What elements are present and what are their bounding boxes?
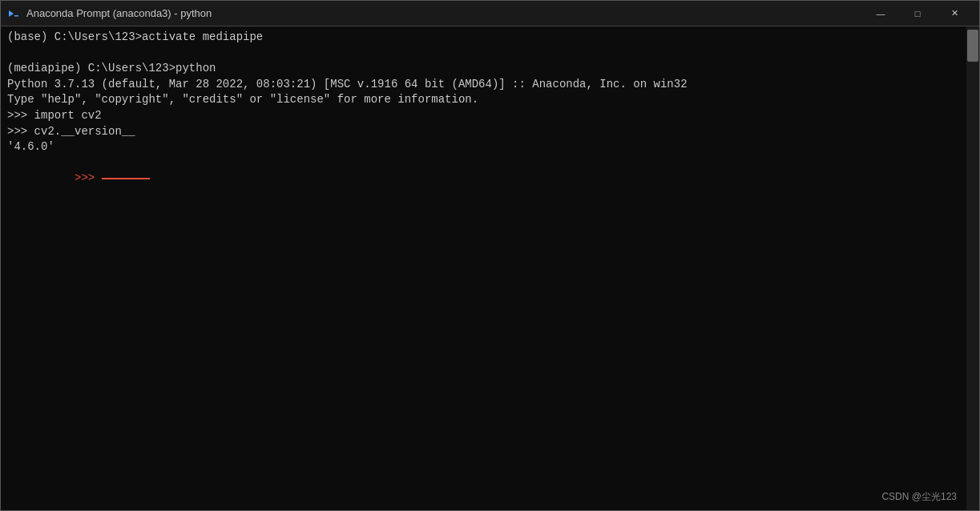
title-bar-left: Anaconda Prompt (anaconda3) - python [7, 7, 212, 20]
terminal-content[interactable]: (base) C:\Users\123>activate mediapipe (… [1, 26, 966, 510]
window-title: Anaconda Prompt (anaconda3) - python [26, 7, 212, 19]
window: Anaconda Prompt (anaconda3) - python — □… [0, 0, 980, 511]
prompt-arrows: >>> [75, 171, 102, 184]
terminal-line-1: (base) C:\Users\123>activate mediapipe [7, 30, 960, 46]
title-bar-controls: — □ ✕ [862, 1, 973, 26]
close-button[interactable]: ✕ [936, 1, 973, 26]
terminal-container: (base) C:\Users\123>activate mediapipe (… [1, 26, 979, 510]
scrollbar[interactable] [966, 26, 979, 510]
minimize-button[interactable]: — [862, 1, 899, 26]
terminal-line-2 [7, 46, 960, 62]
terminal-line-4: Python 3.7.13 (default, Mar 28 2022, 08:… [7, 77, 960, 93]
title-bar: Anaconda Prompt (anaconda3) - python — □… [1, 1, 979, 26]
terminal-line-7: >>> cv2.__version__ [7, 124, 960, 140]
terminal-line-8: '4.6.0' [7, 139, 960, 155]
terminal-icon [7, 7, 20, 20]
scrollbar-thumb[interactable] [967, 30, 978, 62]
terminal-line-3: (mediapipe) C:\Users\123>python [7, 61, 960, 77]
terminal-line-9: >>> [7, 155, 960, 203]
terminal-line-6: >>> import cv2 [7, 108, 960, 124]
maximize-button[interactable]: □ [899, 1, 936, 26]
terminal-line-5: Type "help", "copyright", "credits" or "… [7, 92, 960, 108]
watermark: CSDN @尘光123 [881, 490, 957, 504]
svg-rect-2 [14, 15, 18, 17]
terminal-wrapper: (base) C:\Users\123>activate mediapipe (… [1, 26, 966, 510]
